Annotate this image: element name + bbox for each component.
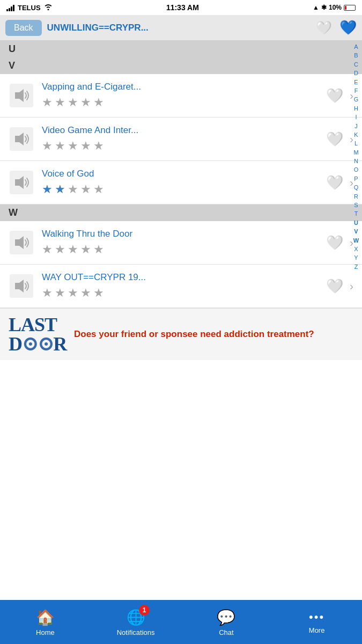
chevron-right-icon[interactable]: › bbox=[350, 280, 353, 292]
star-5[interactable]: ★ bbox=[93, 182, 104, 196]
star-2[interactable]: ★ bbox=[55, 139, 65, 153]
item-title: Video Game And Inter... bbox=[42, 125, 319, 136]
main-content: U V Vapping and E-Cigaret... ★ ★ ★ ★ ★ bbox=[0, 41, 362, 408]
star-1[interactable]: ★ bbox=[42, 139, 53, 153]
star-2[interactable]: ★ bbox=[55, 286, 65, 300]
alpha-o[interactable]: O bbox=[354, 166, 359, 174]
alpha-c[interactable]: C bbox=[354, 61, 358, 69]
alpha-x[interactable]: X bbox=[354, 245, 358, 253]
alpha-h[interactable]: H bbox=[354, 105, 358, 113]
alpha-b[interactable]: B bbox=[354, 52, 358, 60]
section-header-w: W bbox=[0, 204, 362, 221]
star-rating[interactable]: ★ ★ ★ ★ ★ bbox=[42, 243, 319, 257]
alpha-j[interactable]: J bbox=[354, 122, 358, 130]
add-favorite-icon[interactable]: 🤍 bbox=[326, 87, 343, 104]
alpha-p[interactable]: P bbox=[354, 175, 358, 183]
add-favorite-icon[interactable]: 🤍 bbox=[326, 235, 343, 251]
tab-chat[interactable]: 💬 Chat bbox=[181, 601, 272, 644]
alpha-m[interactable]: M bbox=[353, 149, 358, 157]
alpha-f[interactable]: F bbox=[354, 87, 358, 95]
star-3[interactable]: ★ bbox=[68, 182, 78, 196]
alpha-u[interactable]: U bbox=[354, 219, 358, 227]
alphabet-sidebar: A B C D E F G H I J K L M N O P Q R S T … bbox=[350, 41, 362, 271]
star-1[interactable]: ★ bbox=[42, 182, 53, 196]
back-button[interactable]: Back bbox=[5, 20, 42, 36]
star-2[interactable]: ★ bbox=[55, 96, 65, 109]
list-item[interactable]: Walking Thru the Door ★ ★ ★ ★ ★ 🤍 › bbox=[0, 221, 362, 265]
add-favorite-icon[interactable]: 🤍 bbox=[326, 131, 343, 148]
alpha-z[interactable]: Z bbox=[354, 263, 358, 271]
star-rating[interactable]: ★ ★ ★ ★ ★ bbox=[42, 182, 319, 196]
item-title: Walking Thru the Door bbox=[42, 229, 319, 239]
alpha-i[interactable]: I bbox=[355, 113, 357, 121]
advertisement-banner[interactable]: LAST D⊙⊙R Does your friend or sponsee ne… bbox=[0, 308, 362, 360]
alpha-t[interactable]: T bbox=[354, 210, 358, 218]
bluetooth-icon: ✱ bbox=[321, 4, 327, 11]
alpha-e[interactable]: E bbox=[354, 78, 358, 86]
alpha-r[interactable]: R bbox=[354, 193, 358, 201]
list-item[interactable]: Vapping and E-Cigaret... ★ ★ ★ ★ ★ 🤍 › bbox=[0, 74, 362, 118]
alpha-l[interactable]: L bbox=[354, 140, 358, 148]
star-5[interactable]: ★ bbox=[93, 243, 104, 257]
battery-icon bbox=[344, 5, 356, 11]
star-5[interactable]: ★ bbox=[93, 139, 104, 153]
item-title: Vapping and E-Cigaret... bbox=[42, 82, 319, 92]
star-1[interactable]: ★ bbox=[42, 286, 53, 300]
list-item[interactable]: Voice of God ★ ★ ★ ★ ★ 🤍 › bbox=[0, 161, 362, 204]
wifi-icon bbox=[44, 4, 53, 12]
tab-more[interactable]: ••• More bbox=[271, 601, 362, 644]
item-content: Walking Thru the Door ★ ★ ★ ★ ★ bbox=[42, 229, 319, 257]
alpha-q[interactable]: Q bbox=[354, 184, 359, 192]
star-4[interactable]: ★ bbox=[80, 286, 91, 300]
speaker-icon bbox=[9, 170, 34, 195]
tab-home-label: Home bbox=[36, 628, 55, 636]
list-item[interactable]: WAY OUT==CRYPR 19... ★ ★ ★ ★ ★ 🤍 › bbox=[0, 265, 362, 308]
add-favorite-icon[interactable]: 🤍 bbox=[326, 278, 343, 295]
star-5[interactable]: ★ bbox=[93, 96, 104, 109]
speaker-icon bbox=[9, 230, 34, 255]
star-4[interactable]: ★ bbox=[80, 243, 91, 257]
list-item[interactable]: Video Game And Inter... ★ ★ ★ ★ ★ 🤍 › bbox=[0, 118, 362, 161]
star-5[interactable]: ★ bbox=[93, 286, 104, 300]
item-title: WAY OUT==CRYPR 19... bbox=[42, 272, 319, 283]
add-favorite-icon[interactable]: 🤍 bbox=[326, 174, 343, 191]
alpha-g[interactable]: G bbox=[354, 96, 359, 104]
star-3[interactable]: ★ bbox=[68, 286, 78, 300]
alpha-v[interactable]: V bbox=[354, 228, 358, 236]
star-rating[interactable]: ★ ★ ★ ★ ★ bbox=[42, 286, 319, 300]
star-1[interactable]: ★ bbox=[42, 243, 53, 257]
star-2[interactable]: ★ bbox=[55, 243, 65, 257]
home-icon: 🏠 bbox=[36, 609, 55, 626]
alpha-k[interactable]: K bbox=[354, 131, 358, 139]
star-1[interactable]: ★ bbox=[42, 96, 53, 109]
star-3[interactable]: ★ bbox=[68, 243, 78, 257]
star-4[interactable]: ★ bbox=[80, 96, 91, 109]
alpha-a[interactable]: A bbox=[354, 43, 358, 51]
tab-more-label: More bbox=[309, 626, 325, 634]
star-2[interactable]: ★ bbox=[55, 182, 65, 196]
heart-filled-icon[interactable]: 💙 bbox=[339, 19, 357, 36]
more-icon: ••• bbox=[309, 610, 324, 624]
star-4[interactable]: ★ bbox=[80, 139, 91, 153]
tab-home[interactable]: 🏠 Home bbox=[0, 601, 91, 644]
alpha-w[interactable]: W bbox=[353, 237, 359, 245]
star-3[interactable]: ★ bbox=[68, 96, 78, 109]
heart-add-icon[interactable]: 🤍 bbox=[316, 20, 332, 35]
star-rating[interactable]: ★ ★ ★ ★ ★ bbox=[42, 96, 319, 109]
alpha-y[interactable]: Y bbox=[354, 254, 358, 262]
item-content: Voice of God ★ ★ ★ ★ ★ bbox=[42, 169, 319, 196]
star-4[interactable]: ★ bbox=[80, 182, 91, 196]
item-actions: 🤍 › bbox=[326, 235, 353, 251]
alpha-d[interactable]: D bbox=[354, 69, 358, 77]
section-header-u: U bbox=[0, 41, 362, 57]
alpha-n[interactable]: N bbox=[354, 157, 358, 165]
tab-notifications-label: Notifications bbox=[117, 628, 155, 636]
alpha-s[interactable]: S bbox=[354, 201, 358, 209]
section-header-v: V bbox=[0, 57, 362, 74]
star-3[interactable]: ★ bbox=[68, 139, 78, 153]
item-actions: 🤍 › bbox=[326, 174, 353, 191]
star-rating[interactable]: ★ ★ ★ ★ ★ bbox=[42, 139, 319, 153]
item-content: WAY OUT==CRYPR 19... ★ ★ ★ ★ ★ bbox=[42, 272, 319, 300]
tab-notifications[interactable]: 🌐 1 Notifications bbox=[91, 601, 181, 644]
speaker-icon bbox=[9, 83, 34, 108]
